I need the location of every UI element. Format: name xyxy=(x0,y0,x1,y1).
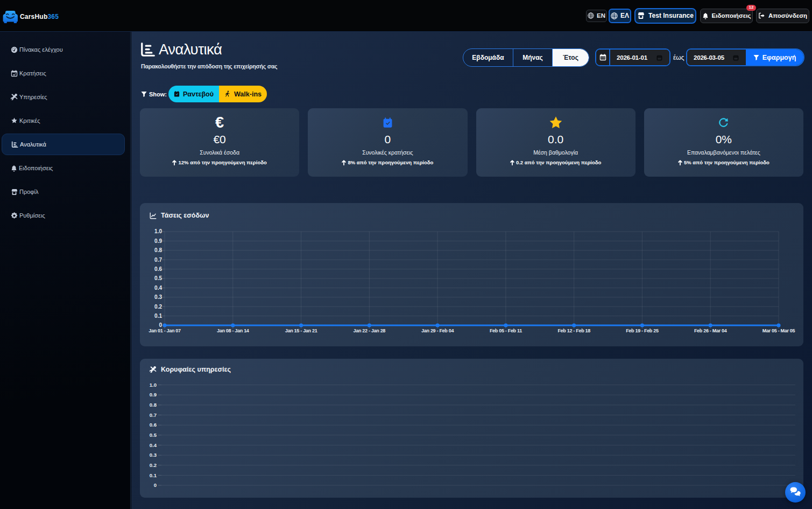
svg-text:0.3: 0.3 xyxy=(150,452,157,458)
svg-text:Jan 08 - Jan 14: Jan 08 - Jan 14 xyxy=(217,328,249,333)
svg-text:0.1: 0.1 xyxy=(154,313,162,319)
svg-text:0.6: 0.6 xyxy=(154,266,162,272)
svg-text:0.6: 0.6 xyxy=(150,422,157,428)
svg-text:1.0: 1.0 xyxy=(154,228,162,234)
svg-text:0.8: 0.8 xyxy=(154,247,162,253)
svg-text:Jan 22 - Jan 28: Jan 22 - Jan 28 xyxy=(354,328,386,333)
svg-text:0.4: 0.4 xyxy=(154,285,162,291)
svg-text:0.9: 0.9 xyxy=(154,238,162,244)
svg-text:0.2: 0.2 xyxy=(154,304,162,310)
svg-text:0.5: 0.5 xyxy=(154,275,162,281)
svg-text:0.2: 0.2 xyxy=(150,462,157,468)
svg-text:Jan 29 - Feb 04: Jan 29 - Feb 04 xyxy=(421,328,454,333)
svg-text:Jan 01 - Jan 07: Jan 01 - Jan 07 xyxy=(149,328,181,333)
svg-text:0.3: 0.3 xyxy=(154,294,162,300)
svg-text:0.9: 0.9 xyxy=(150,392,157,398)
svg-text:0: 0 xyxy=(154,482,157,488)
svg-text:0.7: 0.7 xyxy=(154,257,162,263)
svg-text:0.5: 0.5 xyxy=(150,432,157,438)
svg-text:0.4: 0.4 xyxy=(150,442,157,448)
svg-text:Jan 15 - Jan 21: Jan 15 - Jan 21 xyxy=(285,328,317,333)
svg-text:0.7: 0.7 xyxy=(150,412,157,418)
svg-text:0: 0 xyxy=(159,322,162,328)
svg-text:0.1: 0.1 xyxy=(150,472,157,478)
svg-text:Feb 12 - Feb 18: Feb 12 - Feb 18 xyxy=(557,328,590,333)
svg-text:Mar 05 - Mar 05: Mar 05 - Mar 05 xyxy=(762,328,795,333)
svg-text:Feb 26 - Mar 04: Feb 26 - Mar 04 xyxy=(694,328,727,333)
svg-text:Feb 19 - Feb 25: Feb 19 - Feb 25 xyxy=(626,328,659,333)
svg-text:Feb 05 - Feb 11: Feb 05 - Feb 11 xyxy=(490,328,522,333)
svg-text:1.0: 1.0 xyxy=(150,382,157,388)
svg-text:0.8: 0.8 xyxy=(150,402,157,408)
